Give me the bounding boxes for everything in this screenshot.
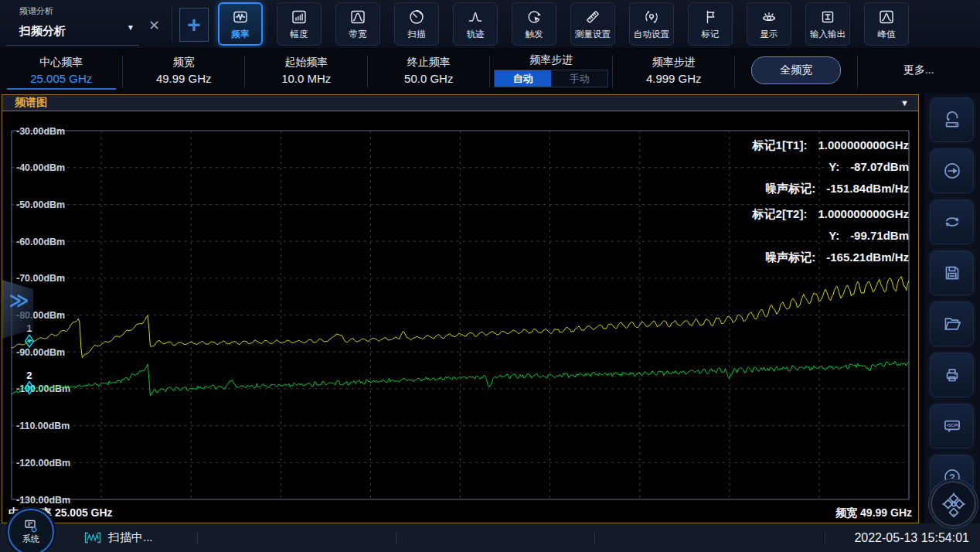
system-button[interactable]: 系统 xyxy=(8,509,54,552)
save-icon xyxy=(941,261,964,285)
frequency-step-mode-toggle: 自动 手动 xyxy=(494,70,608,87)
marker-readout-line: 噪声标记:-151.84dBm/Hz xyxy=(753,178,909,199)
system-button-label: 系统 xyxy=(22,533,39,545)
step-auto-option[interactable]: 自动 xyxy=(495,70,551,87)
toolbar-button-trigger[interactable]: 触发 xyxy=(512,2,556,46)
chart-body: -30.00dBm-40.00dBm-50.00dBm-60.00dBm-70.… xyxy=(2,111,918,523)
full-span-button[interactable]: 全频宽 xyxy=(751,56,841,84)
more-cell: 更多... xyxy=(858,48,980,93)
step-manual-option[interactable]: 手动 xyxy=(551,70,607,87)
system-gear-icon xyxy=(22,519,39,534)
navigation-cross-button[interactable] xyxy=(929,479,978,528)
status-bar: 系统 扫描中... 2022-05-13 15:54:01 xyxy=(0,523,980,552)
add-measurement-button[interactable]: + xyxy=(179,8,209,42)
sidebar-button-save[interactable] xyxy=(930,250,974,295)
start-frequency-label: 起始频率 xyxy=(284,56,328,70)
toolbar-button-label: 轨迹 xyxy=(466,28,484,40)
sidebar-button-open[interactable] xyxy=(930,302,974,346)
span-label: 频宽 xyxy=(173,56,195,70)
marker-readout-line: 标记2[T2]:1.000000000GHz xyxy=(753,203,909,225)
trace-icon xyxy=(466,8,485,26)
svg-text:SCPI: SCPI xyxy=(948,423,958,428)
toolbar-button-label: 测量设置 xyxy=(575,28,611,40)
sidebar-button-scpi[interactable]: SCPI xyxy=(930,404,974,448)
display-icon xyxy=(760,8,778,26)
double-chevron-icon: ≫ xyxy=(9,289,26,312)
spectrum-chart-panel: 频谱图 ▼ -30.00dBm-40.00dBm-50.00dBm-60.00d… xyxy=(2,94,919,523)
toolbar-button-io[interactable]: 输入输出 xyxy=(805,2,850,46)
toolbar-button-label: 显示 xyxy=(760,28,778,40)
marker-readout-line: 噪声标记:-165.21dBm/Hz xyxy=(753,247,909,268)
stop-frequency-cell[interactable]: 终止频率 50.0 GHz xyxy=(368,48,491,93)
toolbar-button-sweep[interactable]: 扫描 xyxy=(394,2,439,46)
frequency-step-mode-label: 频率步进 xyxy=(529,53,573,67)
tab-close-icon[interactable]: ✕ xyxy=(148,17,160,34)
more-button[interactable]: 更多... xyxy=(903,63,934,77)
trigger-icon xyxy=(525,8,543,26)
start-frequency-value: 10.0 MHz xyxy=(281,72,331,85)
status-divider xyxy=(594,531,595,544)
frequency-step-cell[interactable]: 频率步进 4.999 GHz xyxy=(613,48,736,93)
sidebar-button-preset[interactable] xyxy=(930,97,974,142)
toolbar-button-label: 自动设置 xyxy=(634,28,669,40)
sweep-icon xyxy=(407,8,426,26)
toolbar-button-auto-setup[interactable]: 自动设置 xyxy=(629,2,674,46)
tab-underline xyxy=(6,45,139,46)
center-frequency-underline xyxy=(7,88,116,90)
parameter-bar: 中心频率 25.005 GHz 频宽 49.99 GHz 起始频率 10.0 M… xyxy=(0,48,980,93)
marker-icon xyxy=(701,8,720,26)
cross-nav-icon xyxy=(941,491,967,517)
scpi-icon: SCPI xyxy=(941,414,964,438)
toolbar-button-label: 扫描 xyxy=(407,28,425,40)
svg-text:2: 2 xyxy=(26,370,32,381)
status-divider xyxy=(396,531,396,544)
sweep-status-text: 扫描中... xyxy=(108,530,153,545)
y-axis-tick-label: -130.00dBm xyxy=(16,495,70,506)
top-toolbar: 频谱分析 扫频分析 ▼ ✕ + 频率幅度带宽扫描轨迹触发测量设置自动设置标记显示… xyxy=(0,0,980,48)
toolbar-buttons: 频率幅度带宽扫描轨迹触发测量设置自动设置标记显示输入输出峰值 xyxy=(218,0,909,46)
peak-icon xyxy=(877,8,896,26)
span-value: 49.99 GHz xyxy=(156,72,212,85)
toolbar-button-label: 标记 xyxy=(701,28,719,40)
span-cell[interactable]: 频宽 49.99 GHz xyxy=(123,48,246,93)
center-frequency-value: 25.005 GHz xyxy=(30,72,92,85)
center-frequency-cell[interactable]: 中心频率 25.005 GHz xyxy=(0,48,123,93)
toolbar-button-display[interactable]: 显示 xyxy=(747,2,791,46)
bandwidth-icon xyxy=(349,8,367,26)
chart-collapse-caret-icon[interactable]: ▼ xyxy=(900,98,909,107)
status-divider xyxy=(197,531,198,544)
toolbar-button-trace[interactable]: 轨迹 xyxy=(453,2,498,46)
side-panel-handle[interactable]: ≫ xyxy=(2,280,33,339)
toolbar-button-bandwidth[interactable]: 带宽 xyxy=(335,2,380,46)
chart-title: 频谱图 xyxy=(15,96,47,110)
sidebar-button-forward[interactable] xyxy=(930,148,974,193)
marker-2-diamond-icon[interactable]: 2 xyxy=(25,370,33,394)
toolbar-button-marker[interactable]: 标记 xyxy=(688,2,733,46)
toolbar-button-frequency[interactable]: 频率 xyxy=(218,2,263,46)
measure-setup-icon xyxy=(584,8,602,26)
print-icon xyxy=(941,363,964,387)
sweep-status: 扫描中... xyxy=(83,523,153,552)
y-axis-tick-label: -50.00dBm xyxy=(16,199,65,210)
frequency-step-mode-cell: 频率步进 自动 手动 xyxy=(490,48,613,93)
toolbar-button-measure-setup[interactable]: 测量设置 xyxy=(570,2,615,46)
y-axis-tick-label: -70.00dBm xyxy=(16,273,65,284)
chart-titlebar: 频谱图 ▼ xyxy=(2,95,918,111)
toolbar-button-amplitude[interactable]: 幅度 xyxy=(277,2,322,46)
frequency-step-label: 频率步进 xyxy=(652,56,696,70)
start-frequency-cell[interactable]: 起始频率 10.0 MHz xyxy=(245,48,368,93)
forward-icon xyxy=(941,159,964,182)
sidebar-button-sync[interactable] xyxy=(930,199,974,244)
open-icon xyxy=(941,312,964,336)
toolbar-button-peak[interactable]: 峰值 xyxy=(864,2,909,46)
amplitude-icon xyxy=(290,8,308,26)
status-divider xyxy=(825,531,825,544)
auto-setup-icon xyxy=(642,8,661,26)
y-axis-tick-label: -120.00dBm xyxy=(16,458,70,469)
tab-dropdown-caret-icon[interactable]: ▼ xyxy=(127,23,134,32)
frequency-step-value: 4.999 GHz xyxy=(646,72,702,85)
toolbar-button-label: 频率 xyxy=(231,28,249,40)
measurement-tab[interactable]: 频谱分析 扫频分析 ▼ ✕ + xyxy=(0,0,218,48)
tab-mode-label: 频谱分析 xyxy=(19,5,53,17)
sidebar-button-print[interactable] xyxy=(930,353,974,397)
